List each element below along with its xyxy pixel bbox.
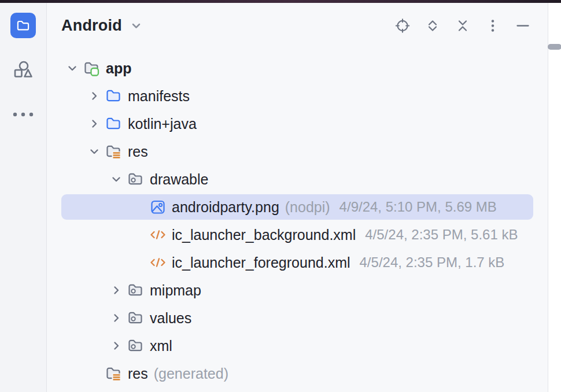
tree-row-mipmap[interactable]: mipmap [47,276,548,304]
hide-panel-icon[interactable] [515,18,530,33]
blue-folder-icon [105,87,123,105]
chevron-spacer [127,249,149,276]
resource-type-folder-icon [127,309,145,327]
project-folder-icon [16,18,31,33]
chevron-spacer [127,221,149,249]
tree-row-kotlin-java[interactable]: kotlin+java [47,110,548,138]
node-qualifier: (nodpi) [285,199,330,216]
file-meta: 4/9/24, 5:10 PM, 5.69 MB [339,199,497,215]
tree-row-values[interactable]: values [47,304,548,332]
expand-all-icon[interactable] [425,18,440,33]
tree-row-app[interactable]: app [47,54,548,82]
vertical-scrollbar-thumb[interactable] [548,44,561,50]
tree-row-ic-launcher-background[interactable]: ic_launcher_background.xml 4/5/24, 2:35 … [47,221,548,249]
chevron-down-icon[interactable] [129,19,143,32]
locate-file-icon[interactable] [395,18,410,33]
view-selector-label[interactable]: Android [61,17,122,35]
tree-row-androidparty-png[interactable]: androidparty.png (nodpi) 4/9/24, 5:10 PM… [47,193,548,221]
project-panel-header: Android [47,3,548,48]
project-panel: Android [47,3,548,392]
node-qualifier: (generated) [154,365,228,382]
tree-row-res-generated[interactable]: res (generated) [47,360,548,387]
resources-folder-icon [105,365,123,382]
node-label: ic_launcher_foreground.xml [172,254,350,271]
chevron-expanded-icon[interactable] [83,138,105,165]
resource-type-folder-icon [127,282,145,299]
more-tool-windows-button[interactable] [10,102,36,127]
tool-window-stripe [0,3,47,392]
resource-type-folder-icon [127,337,145,354]
more-icon [12,112,35,117]
chevron-collapsed-icon[interactable] [83,82,105,110]
tree-row-manifests[interactable]: manifests [47,82,548,110]
chevron-collapsed-icon[interactable] [105,332,127,360]
tree-row-xml[interactable]: xml [47,332,548,360]
node-label: drawable [150,171,208,188]
file-meta: 4/5/24, 2:35 PM, 1.7 kB [360,254,505,271]
node-label: kotlin+java [128,116,197,132]
project-tree: app manifests [47,48,548,387]
node-label: mipmap [150,282,201,299]
file-meta: 4/5/24, 2:35 PM, 5.61 kB [365,227,518,243]
node-label: res [128,143,148,160]
image-file-icon [149,198,167,216]
node-label: res [128,365,148,382]
chevron-collapsed-icon[interactable] [83,110,105,138]
chevron-collapsed-icon[interactable] [105,276,127,304]
node-label: manifests [128,88,190,105]
chevron-expanded-icon[interactable] [61,54,83,82]
chevron-collapsed-icon[interactable] [105,304,127,332]
xml-file-icon [149,254,167,271]
collapse-all-icon[interactable] [455,18,470,33]
tree-row-res[interactable]: res [47,138,548,165]
resource-manager-tool-button[interactable] [10,57,36,83]
node-label: ic_launcher_background.xml [172,227,356,243]
tree-row-drawable[interactable]: drawable [47,165,548,193]
tree-row-ic-launcher-foreground[interactable]: ic_launcher_foreground.xml 4/5/24, 2:35 … [47,249,548,276]
node-label: androidparty.png [172,199,279,216]
xml-file-icon [149,226,167,243]
resource-manager-icon [13,60,34,80]
blue-folder-icon [105,115,123,132]
chevron-expanded-icon[interactable] [105,165,127,193]
project-tool-button[interactable] [10,13,36,38]
module-folder-icon [83,60,101,77]
chevron-spacer [127,193,149,221]
node-label: values [150,310,191,327]
editor-area-sliver [548,3,561,392]
resources-folder-icon [105,143,123,160]
node-label: app [106,60,131,77]
node-label: xml [150,338,172,354]
panel-header-actions [395,18,530,33]
options-kebab-icon[interactable] [485,18,500,33]
chevron-spacer [83,360,105,387]
resource-type-folder-icon [127,171,145,188]
